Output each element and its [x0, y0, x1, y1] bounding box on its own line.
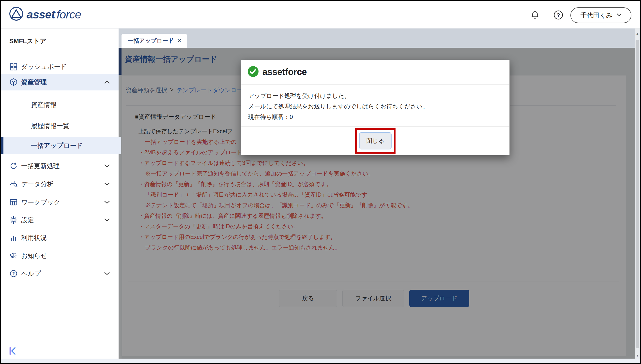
- user-menu[interactable]: 千代田くみ: [570, 7, 631, 23]
- top-header: assetforce ? 千代田くみ: [1, 1, 640, 28]
- sidebar-item-bulk-upload[interactable]: 一括アップロード: [1, 137, 121, 154]
- chevron-down-icon: [104, 182, 110, 186]
- page-scrollbar[interactable]: ▲ ▼: [635, 28, 640, 363]
- sidebar-item-label: ダッシュボード: [21, 62, 67, 71]
- tab-bulk-upload[interactable]: 一括アップロード ✕: [122, 34, 187, 48]
- sidebar-item-label: 利用状況: [21, 234, 47, 242]
- chevron-down-icon: [104, 272, 110, 275]
- svg-text:?: ?: [12, 271, 15, 276]
- scroll-up-arrow-icon[interactable]: ▲: [635, 28, 640, 38]
- analytics-icon: [9, 180, 18, 188]
- sidebar-item-label: 一括更新処理: [21, 162, 60, 170]
- sidebar-divider: [1, 341, 119, 341]
- sidebar-item-asset-management[interactable]: 資産管理: [1, 74, 119, 90]
- dialog-brand: assetforce: [262, 67, 307, 77]
- user-name: 千代田くみ: [580, 11, 612, 20]
- annotation-highlight-box: 閉じる: [355, 128, 396, 154]
- sidebar-item-label: 資産情報: [31, 100, 57, 109]
- chevron-down-icon: [104, 218, 110, 222]
- sidebar-item-usage[interactable]: 利用状況: [1, 230, 119, 245]
- sidebar-item-settings[interactable]: 設定: [1, 213, 119, 227]
- refresh-icon: [9, 162, 18, 170]
- package-icon: [9, 78, 18, 86]
- upload-accepted-dialog: assetforce アップロード処理を受け付けました。 メールにて処理結果をお…: [241, 60, 510, 155]
- sidebar-item-news[interactable]: お知らせ: [1, 248, 119, 263]
- sidebar-item-dashboard[interactable]: ダッシュボード: [1, 60, 119, 74]
- dialog-header: assetforce: [241, 60, 509, 84]
- assetforce-logo-icon: [9, 6, 24, 22]
- chevron-up-icon: [104, 80, 110, 84]
- bell-icon: [530, 16, 540, 20]
- question-circle-icon: ?: [9, 269, 18, 278]
- workbook-icon: [9, 198, 18, 206]
- sidebar-item-data-analysis[interactable]: データ分析: [1, 177, 119, 191]
- bar-chart-icon: [9, 234, 18, 242]
- chevron-down-icon: [617, 13, 621, 18]
- megaphone-icon: [9, 252, 18, 260]
- app-window: assetforce ? 千代田くみ: [0, 0, 641, 364]
- sidebar-item-label: 設定: [21, 216, 34, 224]
- sidebar-item-label: 履歴情報一覧: [31, 122, 69, 130]
- gear-icon: [9, 216, 18, 224]
- app-stage: assetforce ? 千代田くみ: [1, 1, 640, 363]
- close-icon[interactable]: ✕: [177, 38, 182, 44]
- sidebar-item-label: お知らせ: [21, 252, 47, 260]
- dialog-body: アップロード処理を受け付けました。 メールにて処理結果をお送りしますのでしばらく…: [241, 84, 509, 126]
- close-dialog-button[interactable]: 閉じる: [359, 132, 392, 150]
- sidebar-item-label: ヘルプ: [21, 269, 41, 278]
- page-scrollbar-thumb[interactable]: [635, 40, 639, 348]
- collapse-sidebar-button[interactable]: [8, 346, 18, 356]
- sidebar-item-help[interactable]: ? ヘルプ: [1, 266, 119, 281]
- sidebar-item-label: 一括アップロード: [31, 141, 83, 150]
- assetforce-logo: assetforce: [9, 6, 81, 22]
- sidebar-item-history-list[interactable]: 履歴情報一覧: [1, 119, 119, 133]
- tab-bar: 一括アップロード ✕: [119, 28, 640, 48]
- dialog-message: メールにて処理結果をお送りしますのでしばらくお待ちください。: [248, 101, 509, 112]
- dashboard-icon: [9, 62, 18, 71]
- logo-text: assetforce: [27, 8, 81, 21]
- svg-text:?: ?: [557, 12, 560, 18]
- sidebar-item-bulk-update[interactable]: 一括更新処理: [1, 159, 119, 173]
- sidebar-item-label: ワークブック: [21, 198, 60, 207]
- help-button[interactable]: ?: [553, 10, 563, 21]
- sidebar-item-workbook[interactable]: ワークブック: [1, 195, 119, 210]
- chevron-down-icon: [104, 164, 110, 168]
- sidebar: SMFLストア ダッシュボード 資産管理 資産情報 履歴情報一覧 一括アップロー…: [1, 28, 119, 358]
- chevron-down-icon: [104, 200, 110, 204]
- bottom-strip: [1, 358, 640, 363]
- sidebar-item-label: データ分析: [21, 180, 53, 188]
- sidebar-item-asset-info[interactable]: 資産情報: [1, 98, 119, 112]
- dialog-footer: 閉じる: [241, 126, 509, 155]
- store-name: SMFLストア: [9, 37, 47, 46]
- tab-label: 一括アップロード: [128, 37, 174, 44]
- success-check-icon: [247, 66, 259, 78]
- dialog-message: 現在待ち順番：0: [248, 112, 509, 122]
- question-circle-icon: ?: [553, 17, 563, 21]
- notifications-button[interactable]: [530, 10, 540, 21]
- collapse-left-icon: [8, 352, 18, 356]
- dialog-message: アップロード処理を受け付けました。: [248, 90, 509, 101]
- sidebar-item-label: 資産管理: [21, 78, 47, 86]
